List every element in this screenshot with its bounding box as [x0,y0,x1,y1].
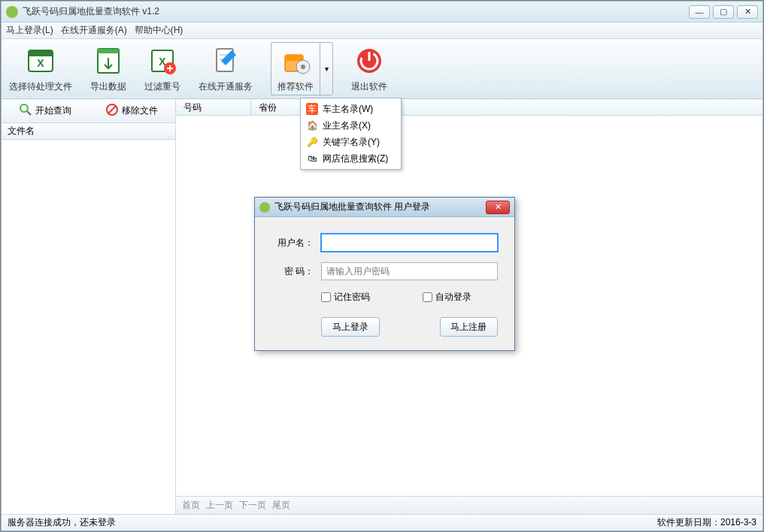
remove-file-button[interactable]: 移除文件 [105,103,158,119]
select-file-button[interactable]: X 选择待处理文件 [9,44,72,93]
search-icon [19,103,32,119]
menu-item-keyword-directory[interactable]: 🔑关键字名录(Y) [303,134,399,150]
toolbar: X 选择待处理文件 导出数据 X 过滤重号 在线开通服务 [2,39,762,99]
menu-help[interactable]: 帮助中心(H) [135,24,183,37]
excel-export-icon [92,44,125,77]
menu-login[interactable]: 马上登录(L) [6,24,53,37]
close-button[interactable]: ✕ [737,5,758,19]
file-list-header: 文件名 [2,123,175,140]
menu-item-shop-search[interactable]: 🛍网店信息搜索(Z) [303,150,399,167]
online-service-button[interactable]: 在线开通服务 [199,44,253,93]
titlebar: 飞跃号码归属地批量查询软件 v1.2 — ▢ ✕ [2,2,762,23]
dialog-titlebar[interactable]: 飞跃号码归属地批量查询软件 用户登录 ✕ [255,198,514,217]
menu-item-car-directory[interactable]: 车车主名录(W) [303,101,399,117]
sidebar: 开始查询 移除文件 文件名 [2,99,176,514]
password-input[interactable] [321,262,498,280]
password-label: 密 码： [271,265,314,278]
pager-next[interactable]: 下一页 [239,499,266,512]
app-icon [6,6,18,18]
svg-text:X: X [37,57,44,69]
statusbar: 服务器连接成功，还未登录 软件更新日期：2016-3-3 [2,514,762,530]
app-icon [259,202,270,213]
house-icon: 🏠 [306,119,318,131]
export-data-button[interactable]: 导出数据 [90,44,126,93]
svg-line-19 [27,111,31,115]
col-number[interactable]: 号码 [176,99,251,115]
auto-login-checkbox[interactable]: 自动登录 [423,291,471,304]
window-title: 飞跃号码归属地批量查询软件 v1.2 [23,5,689,18]
bag-icon: 🛍 [306,153,318,165]
recommend-dropdown-menu: 车车主名录(W) 🏠业主名录(X) 🔑关键字名录(Y) 🛍网店信息搜索(Z) [300,98,402,170]
excel-filter-icon: X [146,44,179,77]
start-query-button[interactable]: 开始查询 [19,103,71,119]
pager: 首页 上一页 下一页 尾页 [176,496,762,514]
dialog-title: 飞跃号码归属地批量查询软件 用户登录 [274,201,486,213]
login-button[interactable]: 马上登录 [321,317,380,337]
filter-duplicate-button[interactable]: X 过滤重号 [144,44,180,93]
maximize-button[interactable]: ▢ [713,5,734,19]
svg-line-21 [108,106,116,113]
pager-first[interactable]: 首页 [182,499,200,512]
excel-select-icon: X [24,44,57,77]
svg-rect-4 [98,49,119,53]
username-input[interactable] [321,234,498,252]
car-icon: 车 [306,103,318,115]
menubar: 马上登录(L) 在线开通服务(A) 帮助中心(H) [2,23,762,39]
file-list[interactable] [2,140,175,514]
dialog-close-button[interactable]: ✕ [486,201,510,214]
key-icon: 🔑 [306,136,318,148]
svg-point-18 [20,104,28,112]
menu-online-service[interactable]: 在线开通服务(A) [61,24,127,37]
power-icon [353,44,386,77]
status-left: 服务器连接成功，还未登录 [8,516,116,529]
username-label: 用户名： [271,237,314,249]
remember-password-checkbox[interactable]: 记住密码 [321,291,370,304]
svg-rect-1 [29,50,53,56]
recommend-dropdown-arrow[interactable]: ▾ [320,42,333,95]
svg-rect-12 [285,55,303,61]
register-button[interactable]: 马上注册 [440,317,499,337]
login-dialog: 飞跃号码归属地批量查询软件 用户登录 ✕ 用户名： 密 码： 记住密码 自动登录… [254,197,515,351]
status-right: 软件更新日期：2016-3-3 [657,516,756,529]
forbidden-icon [105,103,119,119]
exit-button[interactable]: 退出软件 [351,44,387,93]
pager-last[interactable]: 尾页 [272,499,290,512]
minimize-button[interactable]: — [689,5,710,19]
software-box-icon [279,44,312,77]
pager-prev[interactable]: 上一页 [206,499,233,512]
table-header: 号码 省份 [176,99,762,116]
recommend-software-split-button[interactable]: 推荐软件 ▾ [271,42,333,95]
menu-item-owner-directory[interactable]: 🏠业主名录(X) [303,117,399,134]
document-pen-icon [209,44,242,77]
svg-point-14 [301,65,305,69]
